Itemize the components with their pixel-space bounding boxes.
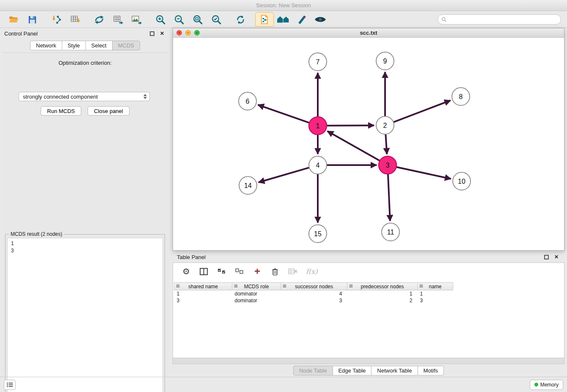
cell-predecessor-nodes[interactable]: 2 [347, 297, 418, 304]
new-network-button[interactable] [90, 12, 108, 27]
tab-node-table[interactable]: Node Table [293, 366, 333, 375]
window-zoom-button[interactable]: + [194, 30, 200, 36]
import-network-button[interactable] [47, 12, 66, 27]
svg-text:1: 1 [316, 122, 320, 130]
tab-mcds[interactable]: MCDS [112, 41, 140, 50]
list-icon [7, 382, 13, 387]
task-history-button[interactable] [4, 380, 16, 390]
search-input[interactable] [449, 17, 557, 22]
tab-network[interactable]: Network [30, 41, 62, 50]
apply-style-button[interactable] [292, 12, 311, 27]
mcds-result-list[interactable]: 1 3 [7, 238, 163, 392]
cell-mcds-role[interactable]: dominator [232, 297, 281, 304]
graph-edge-3-10[interactable] [396, 167, 451, 179]
zoom-in-button[interactable] [151, 12, 170, 27]
cell-name[interactable]: 1 [418, 290, 453, 297]
tab-select[interactable]: Select [85, 41, 113, 50]
column-header-successor-nodes[interactable]: ⊞ successor nodes [281, 283, 347, 290]
graph-node-1[interactable]: 1 [309, 117, 327, 135]
search-field[interactable] [438, 14, 561, 25]
show-hide-button[interactable] [311, 12, 330, 27]
network-canvas[interactable]: 7968124314101511 [173, 38, 564, 250]
zoom-fit-button[interactable] [188, 12, 207, 27]
show-columns-button[interactable] [199, 266, 209, 276]
graph-edge-1-2[interactable] [327, 125, 374, 126]
table-scrollbar-track[interactable] [173, 358, 564, 364]
close-control-panel-icon[interactable]: ✕ [158, 30, 166, 37]
graph-node-2[interactable]: 2 [376, 116, 394, 134]
delete-columns-button[interactable] [270, 266, 280, 276]
cell-shared-name[interactable]: 1 [174, 290, 232, 297]
save-session-button[interactable] [23, 12, 41, 27]
open-folder-icon [8, 14, 19, 25]
first-neighbors-button[interactable] [255, 12, 274, 27]
close-panel-button[interactable]: Close panel [88, 106, 129, 116]
delete-table-button[interactable] [288, 266, 297, 276]
function-builder-button[interactable]: f(x) [306, 266, 317, 276]
window-close-button[interactable]: × [176, 30, 182, 36]
control-panel-tabs: Network Style Select MCDS [30, 41, 140, 50]
graph-node-11[interactable]: 11 [382, 223, 399, 241]
export-image-button[interactable] [127, 12, 146, 27]
zoom-out-button[interactable] [170, 12, 188, 27]
column-header-shared-name[interactable]: ⊞ shared name [174, 283, 232, 290]
graph-node-15[interactable]: 15 [309, 225, 327, 243]
cell-predecessor-nodes[interactable]: 1 [347, 290, 418, 297]
graph-edge-3-1[interactable] [328, 131, 380, 161]
apply-layout-button[interactable] [231, 12, 250, 27]
graph-edge-2-8[interactable] [394, 100, 451, 122]
open-session-button[interactable] [4, 12, 23, 27]
column-header-predecessor-nodes[interactable]: ⊞ predecessor nodes [347, 283, 418, 290]
column-header-name[interactable]: ⊞ name [418, 283, 453, 290]
zoom-selected-button[interactable] [207, 12, 226, 27]
cell-name[interactable]: 3 [418, 297, 453, 304]
graph-edge-4-14[interactable] [259, 168, 309, 182]
home-button[interactable] [274, 12, 292, 27]
columns-icon [200, 268, 208, 275]
column-header-mcds-role[interactable]: ⊞ MCDS role [232, 283, 281, 290]
svg-text:6: 6 [246, 98, 250, 105]
close-table-panel-icon[interactable]: ✕ [553, 254, 560, 260]
network-view-window: × − + scc.txt 7968124314101511 [173, 28, 564, 251]
svg-text:3: 3 [386, 162, 390, 169]
cell-successor-nodes[interactable]: 4 [281, 290, 347, 297]
graph-node-14[interactable]: 14 [239, 177, 257, 194]
float-panel-icon[interactable] [148, 30, 156, 37]
graph-node-3[interactable]: 3 [379, 156, 396, 174]
cell-successor-nodes[interactable]: 3 [281, 297, 347, 304]
graph-node-8[interactable]: 8 [452, 88, 470, 105]
table-row[interactable]: 3 dominator 3 2 3 [174, 297, 453, 304]
column-sort-icon: ⊞ [349, 284, 352, 288]
unselect-all-columns-button[interactable] [235, 266, 244, 276]
graph-node-7[interactable]: 7 [309, 53, 327, 71]
create-column-button[interactable]: + [253, 266, 262, 276]
svg-text:2: 2 [383, 122, 387, 129]
plus-icon: + [254, 267, 260, 276]
graph-edge-3-11[interactable] [388, 174, 390, 221]
column-label: shared name [188, 284, 218, 290]
memory-button[interactable]: Memory [530, 380, 563, 390]
graph-node-4[interactable]: 4 [309, 156, 327, 174]
graph-node-10[interactable]: 10 [453, 172, 471, 190]
cell-mcds-role[interactable]: dominator [232, 290, 281, 297]
graph-node-6[interactable]: 6 [239, 92, 256, 110]
tab-network-table[interactable]: Network Table [371, 366, 418, 375]
network-window-titlebar[interactable]: × − + scc.txt [173, 28, 564, 38]
tab-edge-table[interactable]: Edge Table [332, 366, 372, 375]
window-minimize-button[interactable]: − [185, 30, 191, 36]
float-table-panel-icon[interactable] [542, 254, 550, 260]
optimization-criterion-select[interactable]: strongly connected component [19, 92, 150, 101]
tab-style[interactable]: Style [62, 41, 86, 50]
import-table-button[interactable] [66, 12, 84, 27]
tab-motifs[interactable]: Motifs [417, 366, 444, 375]
gear-icon: ⚙ [182, 266, 190, 276]
new-table-button[interactable] [108, 12, 127, 27]
graph-edge-1-6[interactable] [258, 105, 310, 123]
graph-node-9[interactable]: 9 [376, 52, 394, 70]
table-settings-button[interactable]: ⚙ [182, 266, 191, 276]
cell-shared-name[interactable]: 3 [174, 297, 232, 304]
graph-edge-2-3[interactable] [385, 134, 387, 154]
run-mcds-button[interactable]: Run MCDS [41, 106, 81, 116]
select-all-columns-button[interactable] [217, 266, 226, 276]
table-row[interactable]: 1 dominator 4 1 1 [174, 290, 453, 297]
